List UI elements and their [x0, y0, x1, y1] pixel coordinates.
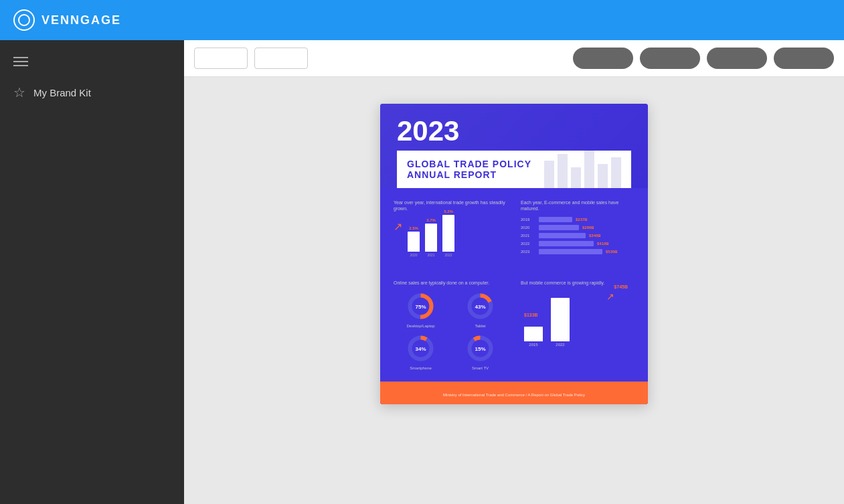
trend-arrow-icon: ↗ — [394, 220, 402, 233]
hamburger-icon — [13, 57, 28, 66]
bar-2022: 5.2% 2022 — [442, 209, 454, 257]
device-title: Online sales are typically done on a com… — [394, 280, 507, 286]
bar-row-2020: 2020 $280B — [521, 225, 635, 230]
svg-rect-0 — [544, 161, 554, 188]
toolbar-button-1[interactable] — [194, 48, 248, 69]
device-section: Online sales are typically done on a com… — [380, 268, 648, 382]
logo-area: VENNGAGE — [13, 9, 121, 31]
main-content: 2023 GLOBAL TRADE POLICY ANNUAL REPORT — [184, 77, 844, 504]
bar-2020: 2.5% 2020 — [408, 226, 420, 257]
footer-text: Ministry of International Trade and Comm… — [443, 393, 585, 397]
mobile-growth-block: But mobile commerce is growing rapidly. … — [517, 276, 638, 373]
app-name: VENNGAGE — [41, 13, 121, 27]
mobile-bar-2022 — [551, 298, 570, 341]
toolbar-button-2[interactable] — [254, 48, 308, 69]
donut-grid: 75% Desktop/Laptop 43% Tablet — [394, 291, 507, 370]
stats-section: Year over year, international trade grow… — [380, 188, 648, 268]
ecommerce-title: Each year, E-commerce and mobile sales h… — [521, 199, 635, 212]
svg-rect-5 — [611, 157, 621, 188]
svg-text:15%: 15% — [475, 346, 485, 352]
infographic-year: 2023 — [397, 117, 631, 145]
sidebar: ☆ My Brand Kit — [0, 40, 184, 504]
bar-row-2019: 2019 $237B — [521, 217, 635, 222]
donut-desktop-chart: 75% — [406, 291, 436, 321]
toolbar-button-4[interactable] — [640, 48, 700, 69]
toolbar-button-3[interactable] — [573, 48, 633, 69]
svg-rect-1 — [558, 154, 568, 188]
toolbar-button-6[interactable] — [774, 48, 834, 69]
svg-text:43%: 43% — [475, 304, 485, 310]
donut-desktop: 75% Desktop/Laptop — [394, 291, 448, 328]
svg-rect-2 — [571, 167, 581, 188]
donut-tablet-chart: 43% — [465, 291, 495, 321]
bar-2021: 3.7% 2021 — [425, 218, 437, 257]
brand-kit-label: My Brand Kit — [33, 87, 91, 98]
bar-row-2022: 2022 $410B — [521, 241, 635, 246]
donut-smartphone-chart: 34% — [406, 333, 436, 363]
donut-smarttv: 15% Smart TV — [453, 333, 507, 370]
svg-rect-3 — [584, 151, 594, 188]
infographic-footer: Ministry of International Trade and Comm… — [380, 382, 648, 404]
device-donuts-block: Online sales are typically done on a com… — [390, 276, 511, 373]
mobile-trend-arrow: ↗ — [606, 291, 614, 302]
infographic-header: 2023 GLOBAL TRADE POLICY ANNUAL REPORT — [380, 104, 648, 188]
toolbar-button-5[interactable] — [707, 48, 767, 69]
star-icon: ☆ — [13, 84, 25, 100]
svg-rect-4 — [598, 164, 608, 188]
mobile-bar-2015 — [524, 327, 543, 341]
ecommerce-block: Each year, E-commerce and mobile sales h… — [517, 196, 638, 260]
ecommerce-chart: 2019 $237B 2020 $280B 2021 $340B — [521, 217, 635, 254]
trade-growth-chart: ↗ 2.5% 2020 3.7% 2021 5.2% 2022 — [394, 217, 507, 257]
infographic-card: 2023 GLOBAL TRADE POLICY ANNUAL REPORT — [380, 104, 648, 404]
donut-smarttv-chart: 15% — [465, 333, 495, 363]
svg-text:75%: 75% — [415, 304, 426, 310]
mobile-growth-chart: $745B $133B ↗ 2015 2022 — [521, 291, 635, 348]
top-nav: VENNGAGE — [0, 0, 844, 40]
donut-smartphone: 34% Smartphone — [394, 333, 448, 370]
sidebar-item-brand-kit[interactable]: ☆ My Brand Kit — [0, 76, 184, 108]
hamburger-button[interactable] — [0, 47, 184, 76]
venngage-logo-icon — [13, 9, 35, 31]
trade-growth-block: Year over year, international trade grow… — [390, 196, 511, 260]
bar-row-2023: 2023 $530B — [521, 249, 635, 254]
building-decoration — [544, 147, 624, 188]
toolbar — [184, 40, 844, 77]
bar-row-2021: 2021 $340B — [521, 233, 635, 238]
svg-text:34%: 34% — [415, 346, 426, 352]
infographic-title-box: GLOBAL TRADE POLICY ANNUAL REPORT — [397, 151, 631, 188]
donut-tablet: 43% Tablet — [453, 291, 507, 328]
